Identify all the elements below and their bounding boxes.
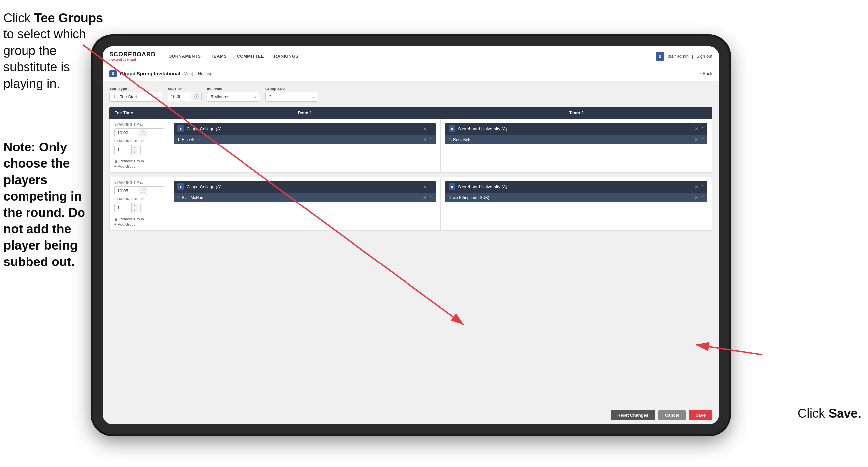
team1-logo-group2: B: [177, 183, 184, 190]
team1-expand-icon-group2[interactable]: ⌃: [429, 185, 432, 189]
team1-col-group2: B Clippd College (A) ✕ ⌃ 2. Blair McHarg: [169, 177, 441, 230]
clock-icon: 🕐: [191, 92, 202, 101]
start-time-input[interactable]: [168, 92, 191, 101]
logo-powered: Powered by clippd: [109, 58, 156, 61]
player-name-1-2: 2. Blair McHarg: [177, 195, 421, 200]
team2-close-icon-group2[interactable]: ✕: [695, 184, 699, 189]
nav-signout[interactable]: Sign out: [696, 54, 712, 59]
player-controls-2-2: ✕ ⌃: [695, 195, 704, 200]
starting-hole-input-2[interactable]: [115, 204, 131, 212]
cancel-button[interactable]: Cancel: [658, 410, 686, 420]
player-close-icon-1-1[interactable]: ✕: [423, 137, 426, 142]
group-actions-1: 🗑 Remove Group + Add Group: [114, 159, 164, 168]
group-size-field: Group Size 2: [266, 87, 318, 102]
team1-close-icon-group1[interactable]: ✕: [423, 126, 427, 131]
nav-tournaments[interactable]: TOURNAMENTS: [166, 54, 201, 59]
team2-card-group1: B Scoreboard University (A) ✕ ⌃ 1. Rees …: [445, 123, 707, 144]
subheader-title: Clippd Spring Invitational: [120, 70, 180, 76]
save-button[interactable]: Save: [689, 410, 712, 420]
remove-group-btn-2[interactable]: 🗑 Remove Group: [114, 217, 164, 221]
clock-icon-1: 🕐: [138, 128, 148, 137]
nav-user: blair admin: [668, 54, 689, 59]
table-header: Tee Time Team 1 Team 2: [109, 107, 712, 119]
starting-time-input-2[interactable]: [115, 186, 138, 195]
subheader: B Clippd Spring Invitational (Men) Hosti…: [103, 66, 719, 81]
tee-group-row-1: STARTING TIME: 🕐 STARTING HOLE: ▲ ▼: [109, 119, 712, 173]
player-row-2-2: Dave Billingham (SUB) ✕ ⌃: [445, 193, 707, 202]
start-type-select[interactable]: 1st Tee Start: [109, 92, 162, 102]
start-time-label: Start Time: [168, 87, 202, 91]
start-type-field: Start Type 1st Tee Start: [109, 87, 162, 102]
player-expand-icon-2-1[interactable]: ⌃: [701, 137, 704, 142]
nav-teams[interactable]: TEAMS: [211, 54, 227, 59]
team2-expand-icon-group1[interactable]: ⌃: [701, 126, 704, 131]
player-close-icon-1-2[interactable]: ✕: [423, 195, 426, 200]
hole-input-wrapper-1: ▲ ▼: [114, 145, 141, 155]
start-time-wrapper: 🕐: [168, 92, 202, 101]
tee-controls-1: STARTING TIME: 🕐 STARTING HOLE: ▲ ▼: [110, 119, 169, 172]
add-group-btn-2[interactable]: + Add Group: [114, 223, 164, 226]
subheader-back[interactable]: Back: [700, 71, 712, 76]
hole-down-btn-1[interactable]: ▼: [131, 150, 138, 155]
col-team2: Team 2: [441, 107, 712, 119]
team2-logo-group1: B: [448, 125, 455, 132]
player-close-icon-2-1[interactable]: ✕: [695, 137, 698, 142]
start-type-wrapper: 1st Tee Start: [109, 92, 162, 102]
top-nav: SCOREBOARD Powered by clippd TOURNAMENTS…: [103, 47, 719, 66]
team1-logo-group1: B: [177, 125, 184, 132]
clock-icon-2: 🕐: [138, 186, 148, 195]
hole-up-btn-1[interactable]: ▲: [131, 145, 138, 150]
group-size-select[interactable]: 2: [266, 92, 318, 102]
trash-icon-2: 🗑: [114, 217, 118, 221]
player-expand-icon-2-2[interactable]: ⌃: [701, 195, 704, 200]
starting-hole-input-1[interactable]: [115, 146, 131, 154]
col-tee-time: Tee Time: [109, 107, 169, 119]
team2-col-group1: B Scoreboard University (A) ✕ ⌃ 1. Rees …: [441, 119, 712, 172]
col-team1: Team 1: [169, 107, 441, 119]
player-close-icon-2-2[interactable]: ✕: [695, 195, 698, 200]
starting-time-input-1[interactable]: [115, 128, 138, 137]
team1-expand-icon-group1[interactable]: ⌃: [429, 126, 432, 131]
logo-area: SCOREBOARD Powered by clippd: [109, 51, 156, 61]
settings-row: Start Type 1st Tee Start Start Time 🕐: [109, 87, 712, 102]
team1-card-group2: B Clippd College (A) ✕ ⌃ 2. Blair McHarg: [174, 181, 436, 202]
nav-right: B blair admin | Sign out: [656, 52, 712, 61]
hole-down-btn-2[interactable]: ▼: [131, 208, 138, 213]
remove-group-btn-1[interactable]: 🗑 Remove Group: [114, 159, 164, 163]
team1-card-group1: B Clippd College (A) ✕ ⌃ 1. Rich Butler: [174, 123, 436, 144]
note-text: Note: Only choose the players competing …: [3, 139, 99, 270]
subheader-tag: (Men): [182, 71, 193, 76]
subheader-hosting: Hosting: [198, 71, 213, 76]
team1-close-icon-group2[interactable]: ✕: [423, 184, 427, 189]
click-save-text: Click Save.: [798, 406, 861, 420]
starting-time-label-2: STARTING TIME:: [114, 181, 164, 184]
group-size-wrapper: 2: [266, 92, 318, 102]
start-type-label: Start Type: [109, 87, 162, 91]
player-controls-2-1: ✕ ⌃: [695, 137, 704, 142]
hole-up-btn-2[interactable]: ▲: [131, 203, 138, 208]
team2-close-icon-group1[interactable]: ✕: [695, 126, 699, 131]
player-expand-icon-1-1[interactable]: ⌃: [429, 137, 432, 142]
avatar: B: [656, 52, 664, 61]
hole-input-wrapper-2: ▲ ▼: [114, 203, 141, 213]
team1-header-group2: B Clippd College (A) ✕ ⌃: [174, 181, 436, 193]
team2-name-group1: Scoreboard University (A): [458, 126, 692, 131]
intervals-select[interactable]: 5 Minutes: [207, 92, 260, 102]
plus-icon: +: [114, 165, 116, 168]
group-actions-2: 🗑 Remove Group + Add Group: [114, 217, 164, 226]
time-input-wrapper-1: 🕐: [114, 128, 164, 137]
plus-icon-2: +: [114, 223, 116, 226]
team2-header-group1: B Scoreboard University (A) ✕ ⌃: [445, 123, 707, 135]
team1-name-group2: Clippd College (A): [187, 184, 421, 189]
team2-controls-group1: ✕ ⌃: [695, 126, 704, 131]
reset-changes-button[interactable]: Reset Changes: [611, 410, 655, 420]
start-time-field: Start Time 🕐: [168, 87, 202, 102]
add-group-btn-1[interactable]: + Add Group: [114, 165, 164, 168]
starting-time-label-1: STARTING TIME:: [114, 123, 164, 126]
player-expand-icon-1-2[interactable]: ⌃: [429, 195, 432, 200]
tablet-screen: SCOREBOARD Powered by clippd TOURNAMENTS…: [103, 47, 719, 424]
team2-expand-icon-group2[interactable]: ⌃: [701, 185, 704, 189]
nav-rankings[interactable]: RANKINGS: [274, 54, 298, 59]
intervals-label: Intervals: [207, 87, 260, 91]
nav-committee[interactable]: COMMITTEE: [237, 54, 264, 59]
